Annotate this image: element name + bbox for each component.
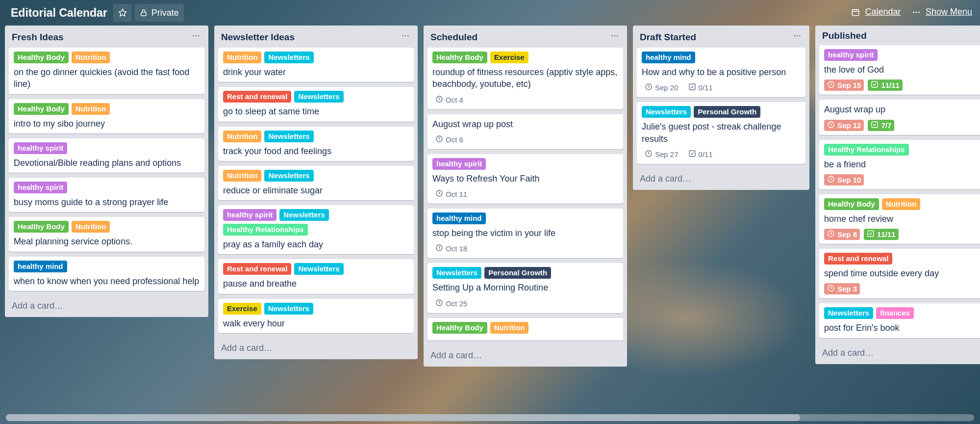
card-label[interactable]: Newsletters [642, 106, 691, 118]
card-label[interactable]: healthy spirit [223, 209, 276, 221]
card-label[interactable]: Rest and renewal [223, 91, 291, 103]
card-label[interactable]: Nutrition [72, 52, 110, 63]
card[interactable]: NutritionNewslettersdrink your water [218, 48, 414, 82]
list-cards[interactable]: healthy mindHow and why to be a positive… [633, 48, 809, 169]
card[interactable]: Healthy BodyNutritionMeal planning servi… [9, 217, 204, 251]
list-header[interactable]: Published [815, 26, 980, 45]
list-header[interactable]: Draft Started [633, 26, 809, 48]
checklist-badge[interactable]: 0/11 [685, 149, 716, 160]
card[interactable]: Healthy BodyExerciseroundup of fitness r… [427, 48, 623, 109]
due-badge[interactable]: Oct 25 [432, 298, 470, 309]
card-label[interactable]: Newsletters [432, 267, 481, 279]
due-badge[interactable]: Sep 8 [824, 229, 860, 240]
due-badge[interactable]: Sep 15 [824, 80, 864, 91]
card[interactable]: healthy mindstop being the victim in you… [427, 209, 623, 258]
list-menu-button[interactable] [189, 30, 203, 44]
due-badge[interactable]: Oct 18 [432, 243, 470, 254]
card[interactable]: ExerciseNewsletterswalk every hour [218, 299, 414, 333]
add-card-button[interactable]: Add a card… [214, 338, 418, 359]
card[interactable]: Healthy Relationshipsbe a friendSep 10 [819, 140, 980, 189]
due-badge[interactable]: Oct 6 [432, 134, 466, 145]
checklist-badge[interactable]: 0/11 [685, 82, 716, 93]
card-label[interactable]: Personal Growth [484, 267, 551, 279]
checklist-badge[interactable]: 7/7 [868, 120, 894, 131]
card[interactable]: healthy spiritbusy moms guide to a stron… [9, 178, 204, 212]
card-label[interactable]: Newsletters [824, 307, 873, 319]
card[interactable]: healthy spiritNewslettersHealthy Relatio… [218, 205, 414, 254]
due-badge[interactable]: Sep 3 [824, 283, 860, 294]
due-badge[interactable]: Sep 12 [824, 120, 864, 131]
card-label[interactable]: Newsletters [264, 131, 313, 142]
card-label[interactable]: Exercise [223, 303, 261, 315]
card-label[interactable]: Newsletters [279, 209, 328, 221]
add-card-button[interactable]: Add a card… [424, 345, 627, 367]
card[interactable]: Healthy BodyNutrition [427, 318, 623, 341]
due-badge[interactable]: Oct 11 [432, 188, 470, 200]
calendar-link[interactable]: Calendar [851, 7, 901, 17]
card[interactable]: Healthy BodyNutritionintro to my sibo jo… [9, 99, 204, 133]
card-label[interactable]: Personal Growth [694, 106, 760, 118]
star-button[interactable] [113, 4, 132, 22]
card-label[interactable]: Newsletters [264, 303, 313, 315]
card-label[interactable]: Healthy Body [432, 52, 487, 63]
horizontal-scrollbar-thumb[interactable] [6, 414, 800, 421]
card[interactable]: NutritionNewsletterstrack your food and … [218, 127, 414, 161]
add-card-button[interactable]: Add a card… [5, 296, 208, 317]
card-label[interactable]: Newsletters [294, 263, 343, 275]
card-label[interactable]: Healthy Body [432, 322, 487, 334]
card[interactable]: healthy spiritWays to Refresh Your Faith… [427, 154, 623, 204]
list-cards[interactable]: Healthy BodyExerciseroundup of fitness r… [424, 48, 627, 345]
card-label[interactable]: Rest and renewal [223, 263, 291, 275]
card-label[interactable]: Nutrition [490, 322, 528, 334]
card-label[interactable]: healthy mind [432, 212, 486, 224]
privacy-button[interactable]: Private [135, 4, 184, 22]
card[interactable]: healthy spiritthe love of GodSep 1511/11 [819, 45, 980, 95]
add-card-button[interactable]: Add a card… [633, 169, 809, 190]
card-label[interactable]: Rest and renewal [824, 253, 892, 265]
list-cards[interactable]: Healthy BodyNutritionon the go dinner qu… [5, 48, 208, 296]
card[interactable]: healthy mindHow and why to be a positive… [637, 48, 805, 97]
card[interactable]: Newslettersfinancespost for Erin's book [819, 303, 980, 338]
card-label[interactable]: Nutrition [223, 131, 261, 142]
card-label[interactable]: Nutrition [223, 170, 261, 182]
card-label[interactable]: healthy mind [642, 52, 695, 63]
list-title[interactable]: Scheduled [430, 32, 607, 43]
card[interactable]: NutritionNewslettersreduce or eliminate … [218, 166, 414, 200]
card-label[interactable]: Nutrition [72, 221, 110, 233]
list-title[interactable]: Newsletter Ideas [221, 32, 398, 43]
card-label[interactable]: healthy spirit [824, 49, 878, 61]
list-header[interactable]: Fresh Ideas [5, 26, 208, 48]
list-menu-button[interactable] [398, 30, 413, 44]
card[interactable]: August wrap upSep 127/7 [819, 100, 980, 134]
card[interactable]: healthy mindwhen to know when you need p… [9, 257, 204, 291]
checklist-badge[interactable]: 11/11 [864, 229, 899, 240]
board-title[interactable]: Editorial Calendar [11, 6, 107, 20]
add-card-button[interactable]: Add a card… [815, 343, 980, 364]
card-label[interactable]: Healthy Relationships [824, 144, 909, 156]
card-label[interactable]: healthy spirit [14, 182, 67, 193]
card[interactable]: NewslettersPersonal GrowthJulie's guest … [637, 102, 805, 164]
list-cards[interactable]: healthy spiritthe love of GodSep 1511/11… [815, 45, 980, 343]
card-label[interactable]: Newsletters [264, 170, 313, 182]
list-header[interactable]: Scheduled [424, 26, 627, 48]
card[interactable]: Healthy BodyNutritionon the go dinner qu… [9, 48, 204, 94]
list-title[interactable]: Fresh Ideas [12, 32, 189, 43]
card[interactable]: August wrap up postOct 6 [427, 114, 623, 149]
card-label[interactable]: Newsletters [294, 91, 343, 103]
card[interactable]: Healthy BodyNutritionhome chef reviewSep… [819, 194, 980, 244]
due-badge[interactable]: Sep 20 [642, 82, 681, 93]
checklist-badge[interactable]: 11/11 [868, 80, 903, 91]
list-header[interactable]: Newsletter Ideas [214, 26, 418, 48]
horizontal-scrollbar[interactable] [6, 414, 974, 421]
card-label[interactable]: healthy mind [14, 261, 67, 272]
due-badge[interactable]: Sep 10 [824, 174, 864, 186]
card[interactable]: healthy spiritDevotional/Bible reading p… [9, 138, 204, 173]
card-label[interactable]: healthy spirit [14, 142, 67, 154]
show-menu-link[interactable]: Show Menu [912, 7, 972, 17]
card-label[interactable]: finances [876, 307, 914, 319]
card-label[interactable]: Nutrition [72, 103, 110, 115]
card-label[interactable]: Healthy Body [14, 103, 69, 115]
card-label[interactable]: Healthy Body [14, 221, 69, 233]
card[interactable]: Rest and renewalspend time outside every… [819, 249, 980, 298]
card-label[interactable]: Healthy Relationships [223, 224, 308, 236]
